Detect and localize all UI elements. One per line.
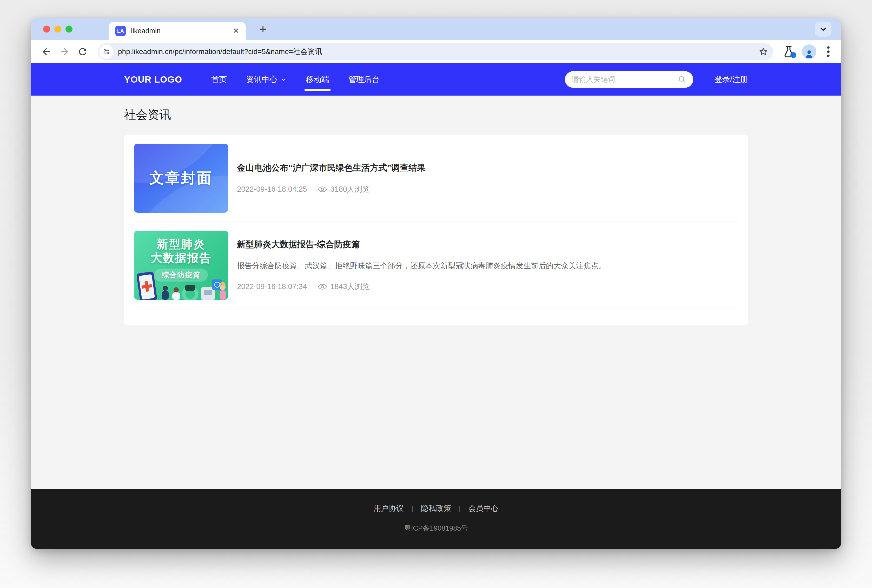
flask-badge-dot bbox=[790, 52, 796, 58]
site-header: YOUR LOGO 首页 资讯中心 移动端 管理后台 bbox=[31, 63, 841, 96]
site-logo[interactable]: YOUR LOGO bbox=[124, 74, 182, 85]
tab-favicon: LA bbox=[116, 26, 126, 36]
kebab-menu-icon bbox=[827, 46, 830, 57]
thumbnail-badge: 综合防疫篇 bbox=[155, 268, 208, 282]
tab-strip: LA likeadmin ✕ + bbox=[31, 18, 841, 40]
thumbnail-title-line1: 新型肺炎 bbox=[157, 237, 206, 251]
thumbnail-cover-text: 文章封面 bbox=[149, 168, 213, 188]
thumbnail-title-line2: 大数据报告 bbox=[151, 251, 212, 265]
browser-toolbar: php.likeadmin.cn/pc/information/default?… bbox=[31, 40, 841, 63]
search-input[interactable] bbox=[572, 75, 674, 84]
traffic-lights bbox=[43, 26, 72, 33]
article-row-2[interactable]: 新型肺炎 大数据报告 综合防疫篇 bbox=[134, 222, 738, 309]
search-icon[interactable] bbox=[678, 75, 686, 84]
site-search[interactable] bbox=[565, 71, 693, 88]
article-list-card: 文章封面 金山电池公布“沪广深市民绿色生活方式”调查结果 2022-09-16 … bbox=[124, 135, 748, 326]
minimize-window-button[interactable] bbox=[54, 26, 61, 33]
article-2-thumbnail[interactable]: 新型肺炎 大数据报告 综合防疫篇 bbox=[134, 231, 228, 300]
article-date: 2022-09-16 18:04:25 bbox=[237, 185, 307, 194]
footer-divider: | bbox=[459, 505, 461, 512]
experiments-button[interactable] bbox=[783, 45, 795, 58]
tab-search-button[interactable] bbox=[815, 21, 831, 37]
article-1-thumbnail[interactable]: 文章封面 bbox=[134, 144, 228, 213]
tab-close-icon[interactable]: ✕ bbox=[233, 27, 239, 34]
footer-link-member-center[interactable]: 会员中心 bbox=[468, 503, 498, 514]
chevron-down-icon bbox=[819, 25, 828, 33]
back-icon bbox=[41, 46, 52, 57]
nav-item-news-center[interactable]: 资讯中心 bbox=[246, 63, 287, 96]
page-title: 社会资讯 bbox=[124, 96, 748, 135]
url-text[interactable]: php.likeadmin.cn/pc/information/default?… bbox=[118, 47, 752, 57]
nav-item-admin[interactable]: 管理后台 bbox=[348, 63, 380, 96]
nav-item-home[interactable]: 首页 bbox=[211, 63, 227, 96]
article-title[interactable]: 新型肺炎大数据报告-综合防疫篇 bbox=[237, 238, 738, 250]
forward-icon bbox=[59, 46, 70, 57]
close-window-button[interactable] bbox=[43, 26, 50, 33]
person-icon bbox=[804, 49, 814, 59]
profile-avatar[interactable] bbox=[802, 44, 816, 59]
menu-button[interactable] bbox=[823, 44, 833, 60]
eye-icon bbox=[318, 184, 327, 194]
icp-record-number: 粤ICP备19081985号 bbox=[404, 524, 468, 533]
star-icon bbox=[758, 47, 768, 57]
footer-divider: | bbox=[411, 505, 413, 512]
new-tab-button[interactable]: + bbox=[259, 23, 267, 35]
article-views: 3180人浏览 bbox=[330, 184, 370, 195]
eye-icon bbox=[318, 282, 327, 291]
page-content: 社会资讯 文章封面 金山电池公布“沪广深市民绿色生活方式”调查结果 2022-0… bbox=[31, 96, 841, 489]
article-views: 1843人浏览 bbox=[330, 282, 370, 292]
article-row-1[interactable]: 文章封面 金山电池公布“沪广深市民绿色生活方式”调查结果 2022-09-16 … bbox=[134, 135, 738, 222]
site-footer: 用户协议 | 隐私政策 | 会员中心 粤ICP备19081985号 bbox=[31, 489, 841, 549]
bookmark-button[interactable] bbox=[757, 45, 770, 58]
nav-item-mobile[interactable]: 移动端 bbox=[306, 63, 329, 96]
article-date: 2022-09-16 18:07:34 bbox=[237, 282, 307, 291]
tune-icon bbox=[102, 48, 110, 56]
site-settings-button[interactable] bbox=[99, 45, 113, 59]
tab-title: likeadmin bbox=[131, 27, 228, 35]
zoom-window-button[interactable] bbox=[66, 26, 72, 33]
toolbar-right-icons bbox=[780, 44, 833, 60]
main-nav: 首页 资讯中心 移动端 管理后台 bbox=[211, 63, 380, 96]
back-button[interactable] bbox=[39, 44, 54, 60]
login-register-link[interactable]: 登录/注册 bbox=[714, 74, 748, 85]
address-bar[interactable]: php.likeadmin.cn/pc/information/default?… bbox=[98, 44, 773, 60]
browser-window: LA likeadmin ✕ + bbox=[31, 18, 841, 549]
footer-link-privacy-policy[interactable]: 隐私政策 bbox=[421, 503, 451, 514]
reload-button[interactable] bbox=[75, 44, 90, 60]
article-title[interactable]: 金山电池公布“沪广深市民绿色生活方式”调查结果 bbox=[237, 162, 738, 174]
footer-link-user-agreement[interactable]: 用户协议 bbox=[374, 503, 404, 514]
forward-button[interactable] bbox=[57, 44, 72, 60]
chevron-down-icon bbox=[281, 76, 287, 82]
article-description: 报告分综合防疫篇、武汉篇、拒绝野味篇三个部分，还原本次新型冠状病毒肺炎疫情发生前… bbox=[237, 261, 738, 271]
browser-tab[interactable]: LA likeadmin ✕ bbox=[109, 22, 246, 40]
reload-icon bbox=[77, 46, 88, 57]
